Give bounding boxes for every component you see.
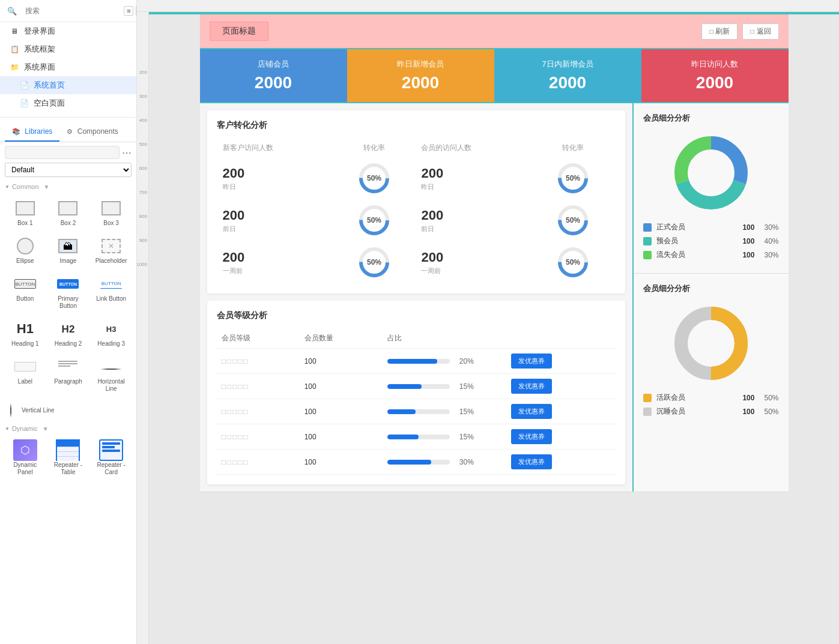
legend-item-0: 正式会员 100 30% — [643, 222, 779, 232]
level-col-1: 会员数量 — [300, 328, 383, 349]
comp-ellipse[interactable]: Ellipse — [5, 233, 46, 268]
right-content: 会员细分分析 — [632, 103, 789, 492]
tab-components[interactable]: ⚙ Components — [59, 122, 125, 142]
conv-col-2: 会员的访问人数 — [416, 139, 530, 157]
file-icon: 📄 — [19, 98, 29, 108]
level-title: 会员等级分析 — [217, 310, 616, 321]
content-split: 客户转化分析 新客户访问人数 转化率 会员的访问人数 转化率 — [200, 103, 789, 492]
comp-dynamic-panel[interactable]: ⬡ Dynamic Panel — [5, 437, 46, 480]
nav-item-framework[interactable]: 📋 系统框架 — [0, 40, 136, 58]
label-icon — [14, 362, 36, 372]
level-count-cell: 100 — [300, 450, 383, 475]
stat-label-2: 7日内新增会员 — [542, 59, 593, 70]
legend-color-2 — [643, 251, 652, 259]
search-icon: 🔍 — [7, 7, 17, 16]
coupon-button[interactable]: 发优惠券 — [511, 379, 552, 394]
comp-box1[interactable]: Box 1 — [5, 195, 46, 230]
split-view-icon[interactable]: ⊞ — [124, 6, 133, 16]
level-btn-cell: 发优惠券 — [506, 450, 615, 475]
coupon-button[interactable]: 发优惠券 — [511, 454, 552, 469]
ruler-vertical: 200 300 400 500 600 700 800 900 1000 — [137, 12, 149, 644]
donut-chart-1 — [669, 131, 753, 215]
comp-box2[interactable]: Box 2 — [48, 195, 89, 230]
header-buttons: 刷新 返回 — [701, 23, 778, 40]
comp-paragraph[interactable]: Paragraph — [48, 354, 89, 396]
conv-circle2-1: 50% — [556, 203, 590, 237]
member-segment-title: 会员细分分析 — [643, 113, 779, 124]
conv-row-1: 200 前日 50% — [218, 200, 614, 241]
conv-row-0: 200 昨日 50% — [218, 158, 614, 199]
vline-icon — [10, 403, 11, 418]
lib-toolbar: ⋯ — [0, 142, 136, 163]
lib-dropdown[interactable]: Default — [5, 163, 132, 177]
level-pct-cell: 30% — [455, 450, 506, 475]
section-common-label: ▼ — [44, 184, 50, 190]
comp-box3[interactable]: Box 3 — [91, 195, 132, 230]
nav-item-system[interactable]: 📁 系统界面 — [0, 58, 136, 76]
legend2-color-1 — [643, 408, 652, 416]
level-btn-cell: 发优惠券 — [506, 424, 615, 450]
page-title: 页面标题 — [210, 22, 268, 41]
box3-icon — [101, 201, 121, 215]
legend-item-1: 预会员 100 40% — [643, 236, 779, 246]
comp-heading1[interactable]: H1 Heading 1 — [5, 316, 46, 351]
paragraph-icon — [57, 360, 79, 374]
nav-item-home[interactable]: 📄 系统首页 — [0, 76, 136, 94]
back-button[interactable]: 返回 — [742, 23, 778, 40]
file-active-icon: 📄 — [19, 80, 29, 90]
comp-heading2[interactable]: H2 Heading 2 — [48, 316, 89, 351]
level-name-cell: □□□□□ — [217, 349, 300, 374]
conv-circle2-2: 50% — [556, 245, 590, 279]
level-btn-cell: 发优惠券 — [506, 374, 615, 399]
repeater-table-icon — [56, 439, 80, 461]
comp-repeater-table[interactable]: Repeater - Table — [48, 437, 89, 480]
coupon-button[interactable]: 发优惠券 — [511, 354, 552, 369]
section-arrow-icon: ▼ — [5, 184, 10, 190]
sidebar-search-input[interactable] — [22, 5, 119, 17]
components-grid-common: Box 1 Box 2 Box 3 Ellipse Image Placehol… — [0, 193, 136, 399]
main-canvas: 页面标题 刷新 返回 店铺会员 2000 昨日新增会员 2000 — [149, 12, 839, 644]
refresh-button[interactable]: 刷新 — [701, 23, 738, 40]
legend-color-0 — [643, 223, 652, 232]
conv-circle-1: 50% — [357, 203, 391, 237]
level-table: 会员等级 会员数量 占比 □□□□□ 100 2 — [217, 328, 616, 475]
comp-image[interactable]: Image — [48, 233, 89, 268]
level-col-0: 会员等级 — [217, 328, 300, 349]
level-section: 会员等级分析 会员等级 会员数量 占比 — [207, 301, 625, 484]
image-icon — [58, 239, 77, 253]
more-options-icon[interactable]: ⋯ — [122, 147, 132, 158]
level-col-4 — [506, 328, 615, 349]
level-row: □□□□□ 100 15% 发优惠券 — [217, 399, 616, 424]
level-count-cell: 100 — [300, 424, 383, 450]
comp-button[interactable]: BUTTON Button — [5, 271, 46, 313]
comp-vline[interactable]: Vertical Line — [0, 399, 136, 423]
comp-primary-button[interactable]: BUTTON Primary Button — [48, 271, 89, 313]
lib-search-input[interactable] — [5, 146, 120, 159]
stat-card-3: 昨日访问人数 2000 — [641, 49, 789, 102]
comp-link-button[interactable]: BUTTON Link Button — [91, 271, 132, 313]
comp-hline[interactable]: Horizontal Line — [91, 354, 132, 396]
conv-circle-2: 50% — [357, 245, 391, 279]
comp-repeater-card[interactable]: Repeater - Card — [91, 437, 132, 480]
nav-item-blank[interactable]: 📄 空白页面 — [0, 94, 136, 112]
stat-card-1: 昨日新增会员 2000 — [347, 49, 494, 102]
h1-icon: H1 — [17, 322, 34, 336]
repeater-card-icon — [99, 439, 123, 461]
stat-value-0: 2000 — [255, 73, 292, 92]
level-bar-cell — [383, 450, 455, 475]
button-primary-icon: BUTTON — [57, 279, 79, 289]
libraries-icon: 📚 — [12, 128, 20, 135]
tab-libraries[interactable]: 📚 Libraries — [5, 122, 59, 142]
conv-circle2-0: 50% — [556, 161, 590, 195]
coupon-button[interactable]: 发优惠券 — [511, 404, 552, 419]
level-row: □□□□□ 100 15% 发优惠券 — [217, 424, 616, 450]
conv-row-2: 200 一周前 50% — [218, 242, 614, 283]
comp-heading3[interactable]: H3 Heading 3 — [91, 316, 132, 351]
level-count-cell: 100 — [300, 349, 383, 374]
comp-placeholder[interactable]: Placeholder — [91, 233, 132, 268]
ellipse-icon — [17, 238, 34, 254]
nav-item-login[interactable]: 🖥 登录界面 — [0, 22, 136, 40]
coupon-button[interactable]: 发优惠券 — [511, 429, 552, 444]
member-segment-panel: 会员细分分析 — [634, 103, 789, 273]
comp-label[interactable]: Label — [5, 354, 46, 396]
